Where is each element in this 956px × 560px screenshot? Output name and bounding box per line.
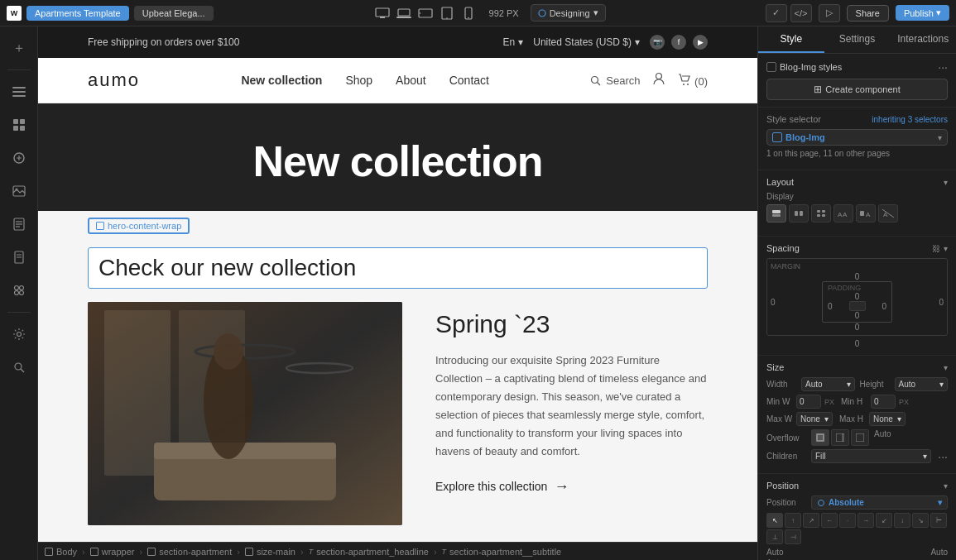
padding-top-val: 0 [855, 292, 860, 301]
sidebar-media-icon[interactable] [4, 176, 34, 206]
blog-img-checkbox[interactable] [766, 62, 776, 72]
overflow-clip-btn[interactable] [811, 429, 829, 446]
sidebar-search-icon[interactable] [4, 352, 34, 382]
position-chevron-icon[interactable]: ▾ [944, 481, 948, 491]
children-more-icon[interactable]: ··· [938, 450, 948, 463]
layout-chevron-icon[interactable]: ▾ [944, 178, 948, 187]
share-button[interactable]: Share [847, 5, 889, 22]
lang-selector[interactable]: En ▾ [503, 36, 524, 48]
pos-mc-btn[interactable]: · [839, 513, 856, 528]
min-h-input[interactable] [871, 395, 896, 409]
tab-style[interactable]: Style [758, 26, 824, 53]
instagram-icon[interactable]: 📷 [650, 35, 665, 50]
nav-user-icon[interactable] [653, 72, 665, 89]
sidebar-layers-icon[interactable] [4, 77, 34, 107]
designing-button[interactable]: Designing ▾ [531, 4, 606, 22]
youtube-icon[interactable]: ▶ [693, 35, 708, 50]
children-dropdown[interactable]: Fill ▾ [811, 449, 931, 463]
spacing-chevron-icon[interactable]: ▾ [944, 244, 948, 253]
width-dropdown[interactable]: Auto▾ [801, 377, 855, 391]
mobile-icon[interactable] [459, 4, 478, 22]
breadcrumb-headline[interactable]: T section-apartment_headline [309, 547, 429, 557]
play-icon[interactable]: ▷ [819, 4, 840, 22]
pos-br-btn[interactable]: ↘ [912, 513, 929, 528]
pos-bl-btn[interactable]: ↙ [876, 513, 892, 528]
pos-mr-btn[interactable]: → [858, 513, 874, 528]
sidebar-forms-icon[interactable] [4, 209, 34, 239]
pos-tl-btn[interactable]: ↖ [766, 513, 783, 528]
breadcrumb-body[interactable]: Body [45, 547, 77, 557]
display-none-btn[interactable]: A [878, 204, 898, 223]
pos-tc-btn[interactable]: ↑ [785, 513, 801, 528]
create-component-button[interactable]: ⊞ Create component [766, 79, 948, 100]
display-grid-btn[interactable] [811, 204, 831, 223]
nav-link-about[interactable]: About [396, 74, 426, 87]
height-chevron: ▾ [939, 380, 944, 389]
sidebar-apps-icon[interactable] [4, 275, 34, 305]
spacing-section: Spacing ⛓ ▾ MARGIN 0 0 PADDING 0 0 [758, 237, 956, 356]
sidebar-settings-icon[interactable] [4, 319, 34, 349]
social-icons: 📷 f ▶ [650, 35, 708, 50]
sidebar-grid-icon[interactable] [4, 110, 34, 140]
canvas-area: Free shipping on orders over $100 En ▾ U… [38, 26, 757, 560]
display-inline-btn[interactable]: AA [833, 204, 853, 223]
desktop-icon[interactable] [373, 4, 392, 22]
overflow-scroll-btn[interactable] [831, 429, 849, 446]
publish-button[interactable]: Publish ▾ [896, 5, 949, 21]
px-display: 992 PX [484, 8, 524, 18]
height-dropdown[interactable]: Auto▾ [895, 377, 949, 391]
nav-cart-icon[interactable]: (0) [678, 74, 708, 88]
svg-point-48 [214, 333, 243, 370]
nav-link-shop[interactable]: Shop [345, 74, 372, 87]
nav-link-contact[interactable]: Contact [449, 74, 489, 87]
svg-point-9 [468, 17, 469, 18]
breadcrumb-size-main[interactable]: size-main [245, 547, 295, 557]
blog-img-menu-icon[interactable]: ··· [938, 60, 948, 74]
size-chevron-icon[interactable]: ▾ [944, 363, 948, 372]
pos-tr-btn[interactable]: ↗ [803, 513, 819, 528]
breadcrumb-wrapper[interactable]: wrapper [90, 547, 135, 557]
breadcrumb-subtitle[interactable]: T section-apartment__subtitle [442, 547, 562, 557]
selector-dropdown[interactable]: Blog-Img ▾ [766, 129, 948, 146]
display-inline-block-btn[interactable]: A [856, 204, 876, 223]
svg-rect-12 [12, 91, 26, 93]
laptop-icon[interactable] [395, 4, 413, 22]
overflow-hidden-btn[interactable] [851, 429, 869, 446]
tab-apartments[interactable]: Apartments Template [26, 6, 129, 21]
sidebar-pages-icon[interactable] [4, 242, 34, 272]
main-area: ＋ [0, 26, 956, 560]
min-h-label: Min H [841, 397, 867, 406]
position-dropdown[interactable]: Absolute ▾ [811, 495, 948, 510]
max-w-dropdown[interactable]: None▾ [796, 412, 833, 426]
tablet-portrait-icon[interactable] [438, 4, 456, 22]
min-w-input[interactable] [796, 395, 821, 409]
style-selector-section: Style selector inheriting 3 selectors Bl… [758, 108, 956, 170]
tab-settings[interactable]: Settings [824, 26, 891, 53]
check-action-icon[interactable]: ✓ [766, 4, 787, 22]
breadcrumb-section-apartment[interactable]: section-apartment [147, 547, 232, 557]
explore-link[interactable]: Explore this collection → [435, 478, 708, 495]
nav-link-new-collection[interactable]: New collection [241, 74, 322, 87]
position-value-chevron: ▾ [938, 498, 942, 507]
pos-extra1-btn[interactable]: ⊢ [930, 513, 947, 528]
sidebar-add-icon[interactable]: ＋ [4, 33, 34, 63]
code-action-icon[interactable]: </> [790, 4, 812, 22]
hero-content-wrap-label[interactable]: hero-content-wrap [88, 218, 190, 234]
nav-search[interactable]: Search [590, 74, 640, 87]
check-heading-box[interactable]: Check our new collection [88, 247, 708, 289]
currency-selector[interactable]: United States (USD $) ▾ [533, 36, 640, 48]
tab-upbeat[interactable]: Upbeat Elega... [134, 6, 214, 21]
tablet-landscape-icon[interactable] [416, 4, 435, 22]
max-h-dropdown[interactable]: None▾ [869, 412, 906, 426]
sidebar-components-icon[interactable] [4, 143, 34, 173]
pos-extra3-btn[interactable]: ⊣ [785, 529, 801, 544]
pos-ml-btn[interactable]: ← [821, 513, 838, 528]
facebook-icon[interactable]: f [671, 35, 686, 50]
tab-interactions[interactable]: Interactions [890, 26, 956, 53]
display-flex-btn[interactable] [789, 204, 809, 223]
inheriting-badge[interactable]: inheriting 3 selectors [872, 115, 948, 124]
display-block-btn[interactable] [766, 204, 786, 223]
pos-extra2-btn[interactable]: ⊥ [766, 529, 783, 544]
spacing-link-icon[interactable]: ⛓ [932, 244, 940, 253]
pos-bc-btn[interactable]: ↓ [894, 513, 910, 528]
